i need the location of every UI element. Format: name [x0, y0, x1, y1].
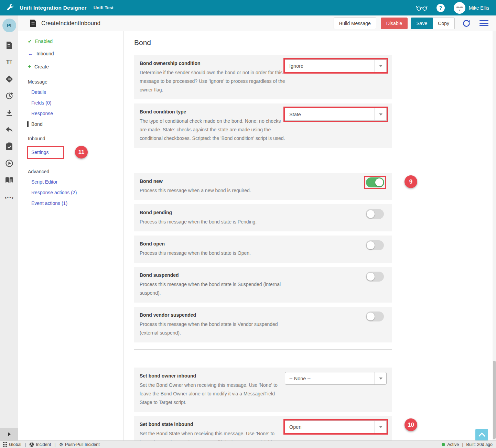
field-description: Set the Bond Owner when receiving this m… [140, 381, 286, 407]
sidebar-item-label: Enabled [35, 39, 53, 44]
refresh-icon[interactable] [462, 19, 471, 28]
set-bond-owner-inbound-select[interactable]: -- None -- [285, 372, 387, 385]
scrollbar-thumb[interactable] [493, 361, 496, 439]
bond-ownership-condition-select[interactable]: Ignore [285, 59, 387, 72]
gear-icon: ⚙ [59, 442, 63, 447]
menu-icon[interactable] [479, 20, 488, 26]
sidebar-item-create[interactable]: + Create [28, 63, 123, 70]
reply-icon[interactable] [5, 125, 13, 134]
sidebar-item-inbound[interactable]: ← Inbound [28, 51, 123, 57]
dropdown-button[interactable] [375, 372, 386, 384]
footer-separator: | [461, 442, 464, 447]
set-bond-state-inbound-select[interactable]: Open [285, 420, 387, 433]
bond-open-toggle[interactable] [366, 240, 384, 250]
plus-icon: + [28, 63, 31, 70]
field-description: Process this message when the bond state… [140, 249, 286, 258]
save-button[interactable]: Save [411, 18, 433, 29]
field-label: Bond pending [140, 209, 387, 215]
record-header: CreateIncidentInbound Build Message Disa… [18, 15, 496, 31]
sidebar-item-response-actions[interactable]: Response actions (2) [31, 190, 123, 195]
book-icon[interactable] [5, 176, 13, 184]
footer-incident[interactable]: Incident [29, 442, 51, 447]
dropdown-button[interactable] [375, 421, 386, 433]
annotation-box [364, 176, 386, 189]
toggle-knob [367, 241, 375, 249]
annotation-box-settings: Settings [27, 146, 64, 159]
glasses-icon[interactable] [416, 4, 428, 11]
user-name: Mike Ellis [469, 5, 489, 11]
toggle-knob [367, 313, 375, 320]
toggle-knob [367, 210, 375, 218]
section-divider [134, 157, 392, 157]
build-message-button[interactable]: Build Message [334, 18, 376, 29]
sidebar-item-enabled[interactable]: ✔ Enabled [28, 39, 123, 44]
sidebar-item-settings[interactable]: Settings [31, 150, 49, 155]
bond-condition-type-select[interactable]: State [285, 108, 387, 121]
help-icon[interactable]: ? [436, 4, 445, 12]
field-bond-condition-type: Bond condition type The type of conditio… [134, 103, 392, 148]
environment-name: Unifi Test [94, 5, 114, 10]
footer-global[interactable]: Global [3, 442, 21, 447]
chevron-down-icon [379, 113, 382, 116]
sidebar-item-bond-active[interactable]: Bond [27, 121, 123, 127]
document-icon[interactable] [5, 41, 13, 50]
active-status-label: Active [447, 442, 459, 447]
sidebar-item-script-editor[interactable]: Script Editor [31, 179, 123, 185]
bond-pending-toggle[interactable] [366, 209, 384, 219]
scroll-to-top-button[interactable] [475, 429, 488, 441]
disable-button[interactable]: Disable [381, 18, 408, 29]
left-arrow-icon: ← [28, 51, 33, 57]
field-bond-vendor-suspended: Bond vendor suspended Process this messa… [134, 307, 392, 342]
bond-vendor-suspended-toggle[interactable] [366, 312, 384, 321]
main-panel: Bond Bond ownership condition Determine … [124, 31, 496, 440]
text-format-icon[interactable] [5, 58, 13, 66]
user-menu[interactable]: Mike Ellis [454, 2, 489, 14]
section-header-advanced: Advanced [28, 169, 123, 174]
play-icon[interactable] [5, 159, 13, 167]
status-bar: Global | Incident | ⚙ Push-Pull Incident… [0, 440, 496, 448]
history-icon[interactable] [5, 92, 13, 100]
download-icon[interactable] [5, 109, 13, 117]
section-header-inbound: Inbound [28, 136, 123, 141]
field-description: Process this message when the bond state… [140, 320, 286, 337]
sidebar-item-label: Inbound [36, 51, 54, 56]
directions-icon[interactable] [5, 75, 13, 83]
annotation-badge-10: 10 [405, 418, 417, 431]
bond-new-toggle[interactable] [366, 177, 384, 187]
workspace-avatar[interactable]: PI [2, 19, 16, 32]
field-description: Determine if the sender should own the b… [140, 68, 286, 94]
footer-process-label: Push-Pull Incident [65, 442, 100, 447]
icon-rail: PI [0, 15, 18, 440]
footer-process[interactable]: ⚙ Push-Pull Incident [59, 442, 99, 447]
sidebar-item-event-actions[interactable]: Event actions (1) [31, 200, 123, 206]
sidebar-settings-row: Settings 11 [27, 146, 123, 160]
field-description: Process this message when the bond state… [140, 280, 286, 297]
field-description: Process this message when a new bond is … [140, 186, 286, 195]
field-label: Bond open [140, 240, 387, 247]
dropdown-value: Ignore [285, 63, 375, 69]
form-title: Bond [134, 31, 392, 55]
sidebar-item-details[interactable]: Details [31, 89, 123, 95]
copy-button[interactable]: Copy [433, 18, 455, 29]
field-description: The type of conditional check made on th… [140, 117, 286, 143]
dropdown-button[interactable] [375, 108, 386, 120]
field-bond-new: Bond new Process this message when a new… [134, 173, 392, 200]
chevron-down-icon [379, 65, 382, 67]
rail-collapse-button[interactable] [0, 428, 18, 440]
field-bond-ownership-condition: Bond ownership condition Determine if th… [134, 55, 392, 99]
incident-icon [29, 442, 34, 447]
chevron-down-icon [379, 426, 382, 428]
field-bond-open: Bond open Process this message when the … [134, 236, 392, 263]
bond-suspended-toggle[interactable] [366, 272, 384, 282]
scrollbar[interactable] [493, 31, 496, 440]
toggle-knob [375, 178, 383, 186]
code-icon[interactable] [5, 193, 13, 201]
dropdown-button[interactable] [375, 60, 386, 72]
annotation-badge-11: 11 [75, 146, 88, 159]
footer-incident-label: Incident [36, 442, 51, 447]
field-description: Process this message when the bond state… [140, 218, 286, 226]
tasks-icon[interactable] [5, 142, 13, 151]
avatar [454, 2, 465, 14]
sidebar-item-fields[interactable]: Fields (0) [31, 100, 123, 106]
sidebar-item-response[interactable]: Response [31, 111, 123, 116]
